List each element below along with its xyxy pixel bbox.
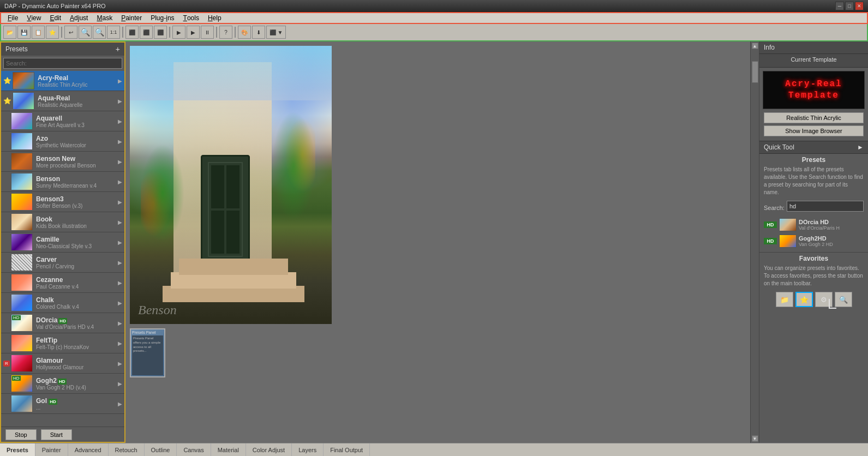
maximize-btn[interactable]: □ xyxy=(845,2,854,10)
preset-arrow-icon: ▶ xyxy=(118,139,122,145)
toolbar-zoom-out[interactable]: 🔍 xyxy=(93,26,106,39)
tab-material[interactable]: Material xyxy=(211,443,246,456)
toolbar-play2[interactable]: ▶ xyxy=(187,26,200,39)
tab-painter[interactable]: Painter xyxy=(35,443,68,456)
minimize-btn[interactable]: ─ xyxy=(835,2,844,10)
preset-arrow-icon: ▶ xyxy=(118,239,122,245)
preset-name: Azo xyxy=(36,135,117,142)
close-btn[interactable]: ✕ xyxy=(855,2,864,10)
menu-adjust[interactable]: Adjust xyxy=(65,13,92,23)
fav-search-button[interactable]: 🔍 xyxy=(835,292,852,307)
tab-layers[interactable]: Layers xyxy=(292,443,324,456)
preset-info: Chalk Colored Chalk v.4 xyxy=(36,296,117,310)
preset-arrow-icon: ▶ xyxy=(118,300,122,306)
preset-item-benson3[interactable]: Benson3 Softer Benson (v.3) ▶ xyxy=(1,192,124,212)
preset-item-glamour[interactable]: R Glamour Hollywood Glamour ▶ xyxy=(1,353,124,374)
preset-desc: Kids Book illustration xyxy=(36,223,117,229)
preset-item-benson-new[interactable]: Benson New More procedural Benson ▶ xyxy=(1,152,124,172)
preset-item-benson[interactable]: Benson Sunny Mediterranean v.4 ▶ xyxy=(1,172,124,192)
preset-item-book[interactable]: Book Kids Book illustration ▶ xyxy=(1,212,124,232)
tab-color-adjust[interactable]: Color Adjust xyxy=(246,443,292,456)
preset-item-chalk[interactable]: Chalk Colored Chalk v.4 ▶ xyxy=(1,293,124,313)
presets-search-input[interactable] xyxy=(3,58,122,69)
preset-item-aqua-real[interactable]: ⭐ Aqua-Real Realistic Aquarelle ▶ xyxy=(1,91,124,111)
canvas-scrollbar[interactable]: ▲ ▼ xyxy=(750,41,759,443)
preset-desc: Sunny Mediterranean v.4 xyxy=(36,183,117,189)
qt-preset-gogh2hd[interactable]: HD Gogh2HD Van Gogh 2 HD xyxy=(764,233,864,249)
preset-item-felttip[interactable]: FeltTip Felt-Tip (c) HonzaKov ▶ xyxy=(1,333,124,353)
tab-outline[interactable]: Outline xyxy=(145,443,177,456)
toolbar-help[interactable]: ? xyxy=(219,26,232,39)
menu-file[interactable]: File xyxy=(3,13,22,23)
toolbar-open[interactable]: 📋 xyxy=(32,26,45,39)
toolbar-select2[interactable]: ⬛ xyxy=(140,26,153,39)
preset-arrow-icon: ▶ xyxy=(118,98,122,104)
toolbar-pause[interactable]: ⏸ xyxy=(201,26,214,39)
preset-item-azo[interactable]: Azo Synthetic Watercolor ▶ xyxy=(1,131,124,152)
preset-arrow-icon: ▶ xyxy=(118,381,122,387)
qt-preset-dorcia[interactable]: HD DOrcia HD Val d'Orcia/Paris H xyxy=(764,217,864,232)
menu-view[interactable]: View xyxy=(22,13,45,23)
preset-desc: Softer Benson (v.3) xyxy=(36,203,117,209)
toolbar-window[interactable]: ⬛ ▼ xyxy=(266,26,286,39)
fav-star-button[interactable]: ⭐ xyxy=(795,292,813,307)
toolbar-zoom-1to1[interactable]: 1:1 xyxy=(107,26,120,39)
quick-tool-presets-title: Presets xyxy=(764,156,864,164)
scrollbar-thumb[interactable] xyxy=(752,61,758,83)
tab-final-output[interactable]: Final Output xyxy=(324,443,370,456)
template-led-text: Acry-RealTemplate xyxy=(785,79,842,101)
preset-thumb xyxy=(11,274,33,291)
quick-tool-expand-icon[interactable]: ► xyxy=(857,143,864,151)
menu-help[interactable]: Help xyxy=(203,13,226,23)
preset-name: Aquarell xyxy=(36,115,117,122)
fav-open-button[interactable]: 📁 xyxy=(776,292,793,307)
toolbar-new[interactable]: 📂 xyxy=(3,26,16,39)
preset-item-camille[interactable]: Camille Neo-Classical Style v.3 ▶ xyxy=(1,232,124,253)
preset-info: Camille Neo-Classical Style v.3 xyxy=(36,236,117,249)
preset-arrow-icon: ▶ xyxy=(118,78,122,84)
toolbar-select3[interactable]: ⬛ xyxy=(154,26,167,39)
toolbar-undo[interactable]: ↩ xyxy=(64,26,77,39)
preset-thumb xyxy=(11,233,33,251)
preset-item-dorcia-hd[interactable]: HD DOrciaHD Val d'Orcia/Paris HD v.4 ▶ xyxy=(1,313,124,333)
tab-advanced[interactable]: Advanced xyxy=(68,443,109,456)
preset-r-badge: R xyxy=(3,361,10,367)
preset-info: Glamour Hollywood Glamour xyxy=(36,357,117,370)
menu-mask[interactable]: Mask xyxy=(92,13,117,23)
stop-button[interactable]: Stop xyxy=(5,429,37,440)
tab-retouch[interactable]: Retouch xyxy=(109,443,145,456)
preset-item-hd-extra[interactable]: GoI HD ... ▶ xyxy=(1,394,124,414)
menu-edit[interactable]: Edit xyxy=(45,13,65,23)
main-area: Presets + ⭐ Acry-Real Realistic Thin Acr… xyxy=(0,41,868,443)
preset-item-acry-real[interactable]: ⭐ Acry-Real Realistic Thin Acrylic ▶ xyxy=(1,71,124,91)
toolbar-favorites[interactable]: ⭐ xyxy=(46,26,59,39)
toolbar-save[interactable]: 💾 xyxy=(17,26,31,39)
preset-item-cezanne[interactable]: Cezanne Paul Cezanne v.4 ▶ xyxy=(1,273,124,293)
toolbar-download[interactable]: ⬇ xyxy=(252,26,265,39)
tab-presets[interactable]: Presets xyxy=(0,443,35,456)
toolbar-select1[interactable]: ⬛ xyxy=(125,26,139,39)
toolbar-play[interactable]: ▶ xyxy=(172,26,185,39)
preset-desc: Val d'Orcia/Paris HD v.4 xyxy=(36,324,117,330)
menu-tools[interactable]: Tools xyxy=(179,13,203,23)
preset-item-gogh2hd[interactable]: HD Gogh2HD Van Gogh 2 HD (v.4) ▶ xyxy=(1,374,124,394)
thumbnail-1[interactable]: Presets Panel Presets Panel offers you a… xyxy=(130,328,165,377)
preset-item-aquarell[interactable]: Aquarell Fine Art Aquarell v.3 ▶ xyxy=(1,111,124,131)
menu-plugins[interactable]: Plug-ins xyxy=(146,13,178,23)
show-image-browser-button[interactable]: Show Image Browser xyxy=(764,125,864,136)
toolbar-color[interactable]: 🎨 xyxy=(238,26,251,39)
menu-painter[interactable]: Painter xyxy=(117,13,146,23)
preset-name: Camille xyxy=(36,236,117,243)
qt-preset-name: DOrcia HD xyxy=(799,219,840,225)
preset-name: FeltTip xyxy=(36,337,117,344)
qt-search-input[interactable] xyxy=(787,201,864,212)
start-button[interactable]: Start xyxy=(41,429,72,440)
toolbar-zoom-in[interactable]: 🔍 xyxy=(79,26,92,39)
sep4 xyxy=(216,27,217,38)
canvas-area: Benson Presets Panel Presets Panel offer… xyxy=(125,41,750,443)
info-title: Info xyxy=(764,44,775,51)
preset-item-carver[interactable]: Carver Pencil / Carving ▶ xyxy=(1,253,124,273)
fav-settings-button[interactable]: ⚙ xyxy=(815,292,833,307)
tab-canvas[interactable]: Canvas xyxy=(177,443,211,456)
presets-add-icon[interactable]: + xyxy=(116,45,120,53)
